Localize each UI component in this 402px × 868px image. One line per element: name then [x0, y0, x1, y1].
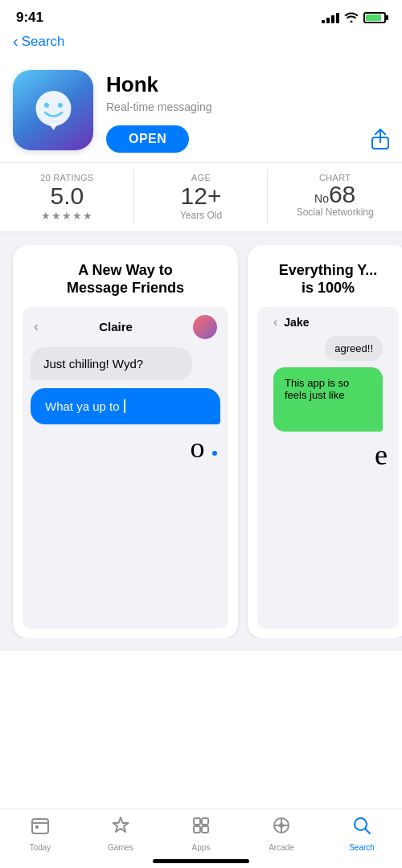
app-header: Honk Real-time messaging OPEN: [0, 57, 402, 162]
tab-arcade[interactable]: Arcade: [241, 816, 322, 852]
status-bar: 9:41: [0, 0, 402, 29]
back-label: Search: [22, 34, 65, 50]
phone-mock-1: ‹ Claire Just chilling! Wyd? What ya up …: [23, 307, 228, 628]
share-button[interactable]: [371, 129, 389, 149]
app-name: Honk: [106, 73, 389, 96]
mock-recv-bubble-1: Just chilling! Wyd?: [31, 347, 192, 380]
app-info: Honk Real-time messaging OPEN: [106, 70, 389, 153]
search-icon: [352, 816, 371, 840]
age-sub: Years Old: [141, 210, 262, 221]
status-time: 9:41: [16, 10, 43, 26]
apps-icon: [191, 816, 211, 840]
screenshot-card-2: Everything Y...is 100% ‹ Jake agreed!! T…: [248, 245, 402, 638]
back-navigation[interactable]: ‹ Search: [0, 29, 402, 57]
age-value: 12+: [141, 184, 262, 208]
tab-apps-label: Apps: [192, 843, 211, 852]
chart-num: 68: [329, 182, 355, 207]
screenshot-card-1: A New Way toMessage Friends ‹ Claire Jus…: [13, 245, 238, 638]
app-icon: [13, 70, 93, 150]
mock-chat-name-1: Claire: [99, 320, 133, 334]
mock-keyboard-hint-2: e: [265, 432, 391, 472]
rating-value: 5.0: [6, 184, 128, 208]
svg-rect-4: [32, 819, 48, 833]
battery-icon: [363, 12, 386, 23]
screenshots-scroll: A New Way toMessage Friends ‹ Claire Jus…: [0, 245, 402, 638]
app-tagline: Real-time messaging: [106, 100, 389, 114]
svg-line-18: [366, 829, 371, 834]
ratings-row: 20 RATINGS 5.0 ★★★★★ AGE 12+ Years Old C…: [0, 162, 402, 232]
status-icons: [322, 11, 386, 25]
age-label: AGE: [141, 173, 262, 182]
mock-back-icon-1: ‹: [34, 318, 39, 335]
screenshot-title-2: Everything Y...is 100%: [248, 245, 402, 307]
tab-search-label: Search: [349, 843, 375, 852]
games-icon: [111, 816, 130, 840]
tab-arcade-label: Arcade: [269, 843, 294, 852]
svg-point-12: [279, 823, 284, 828]
svg-point-17: [355, 818, 367, 830]
svg-point-0: [35, 91, 71, 126]
ratings-label: 20 RATINGS: [6, 173, 128, 182]
rating-count-item: 20 RATINGS 5.0 ★★★★★: [0, 163, 134, 231]
chart-no: No: [314, 192, 329, 205]
back-chevron-icon: ‹: [13, 32, 18, 51]
chart-sub: Social Networking: [274, 207, 396, 218]
screenshot-title-1: A New Way toMessage Friends: [13, 245, 238, 307]
tab-games-label: Games: [108, 843, 133, 852]
open-button[interactable]: OPEN: [106, 125, 189, 153]
screenshots-section: A New Way toMessage Friends ‹ Claire Jus…: [0, 232, 402, 651]
rating-age-item: AGE 12+ Years Old: [134, 163, 269, 231]
tab-search[interactable]: Search: [322, 816, 402, 852]
tab-today[interactable]: Today: [0, 816, 80, 852]
tab-games[interactable]: Games: [80, 816, 161, 852]
svg-rect-6: [35, 825, 39, 829]
rating-chart-item: CHART No 68 Social Networking: [268, 163, 402, 231]
mock-send-bubble-2: This app is sofeels just like: [273, 367, 383, 432]
svg-rect-10: [202, 826, 208, 833]
mock-keyboard-hint-1: o: [31, 424, 220, 465]
mock-chat-name-2: Jake: [284, 316, 309, 329]
svg-rect-9: [194, 826, 200, 833]
home-indicator: [153, 859, 249, 863]
wifi-icon: [344, 11, 359, 25]
mock-recv-bubble-2: agreed!!: [325, 336, 383, 361]
svg-rect-8: [202, 818, 208, 825]
arcade-icon: [272, 816, 291, 840]
tab-apps[interactable]: Apps: [161, 816, 241, 852]
today-icon: [31, 816, 50, 840]
svg-point-2: [58, 103, 63, 108]
mock-avatar-1: [193, 315, 217, 339]
svg-rect-7: [194, 818, 200, 825]
mock-header-2: ‹ Jake: [265, 315, 391, 330]
rating-stars: ★★★★★: [6, 210, 128, 222]
mock-back-icon-2: ‹: [273, 315, 277, 330]
mock-send-bubble-1: What ya up to: [31, 388, 220, 424]
tab-today-label: Today: [30, 843, 51, 852]
app-actions: OPEN: [106, 125, 389, 153]
signal-bars-icon: [322, 12, 339, 23]
svg-point-1: [44, 103, 49, 108]
mock-header-1: ‹ Claire: [31, 315, 220, 339]
phone-mock-2: ‹ Jake agreed!! This app is sofeels just…: [257, 307, 399, 628]
